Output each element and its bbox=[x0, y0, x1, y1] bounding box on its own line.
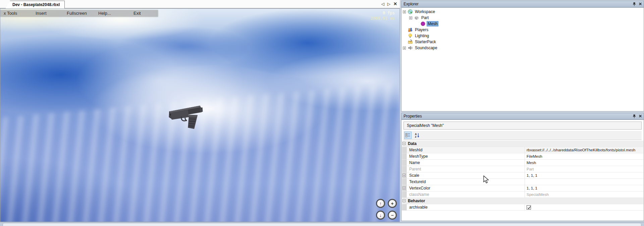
selected-object-box[interactable]: SpecialMesh "Mesh" bbox=[404, 122, 642, 130]
expand-icon[interactable]: + bbox=[403, 47, 406, 50]
tree-item-soundscape[interactable]: + Soundscape bbox=[401, 45, 644, 51]
collapse-icon[interactable]: - bbox=[402, 142, 406, 145]
menu-item-tools[interactable]: x Tools bbox=[4, 11, 17, 16]
property-row-scale[interactable]: + Scale 1, 1, 1 bbox=[402, 172, 643, 179]
section-name: Behavior bbox=[408, 199, 425, 203]
section-row-data[interactable]: - Data bbox=[402, 141, 643, 147]
tab-baseplate[interactable]: Dev - Baseplate2048.rbxl bbox=[5, 1, 65, 8]
property-row-meshtype[interactable]: MeshType FileMesh bbox=[402, 153, 643, 160]
tab-scroll-right-icon[interactable]: ▷ bbox=[387, 1, 390, 7]
part-brick-icon bbox=[414, 15, 419, 20]
property-name: MeshId bbox=[409, 148, 422, 152]
az-sort-button[interactable]: A Z bbox=[414, 132, 421, 139]
pin-icon[interactable] bbox=[633, 2, 636, 6]
workspace-globe-icon bbox=[408, 9, 413, 14]
bottom-strip-inner bbox=[3, 223, 641, 226]
players-icon bbox=[408, 27, 413, 32]
lighting-bulb-icon bbox=[408, 33, 413, 39]
property-name: Name bbox=[409, 160, 420, 165]
mouse-cursor bbox=[483, 175, 490, 184]
tab-scroll-left-icon[interactable]: ◁ bbox=[381, 1, 384, 7]
sky-light-rays bbox=[0, 76, 400, 222]
tree-item-lighting[interactable]: Lighting bbox=[401, 33, 644, 39]
property-name: Scale bbox=[409, 173, 419, 178]
camera-up-button[interactable]: ↑ bbox=[376, 199, 385, 208]
property-grid: - Data MeshId rbxasset://../../../shared… bbox=[402, 141, 643, 211]
properties-close-icon[interactable]: ✕ bbox=[639, 114, 642, 119]
tree-item-part[interactable]: + Part bbox=[401, 15, 644, 21]
property-name: TextureId bbox=[409, 179, 426, 184]
menu-item-fullscreen[interactable]: Fullscreen bbox=[67, 11, 87, 16]
az-sort-icon: A Z bbox=[415, 133, 420, 138]
tab-close-icon[interactable]: ✕ bbox=[393, 1, 397, 7]
camera-zoom-out-button[interactable]: − bbox=[388, 211, 397, 220]
expand-icon[interactable]: + bbox=[409, 16, 412, 19]
property-row-name[interactable]: Name Mesh bbox=[402, 160, 643, 166]
tree-label: Soundscape bbox=[415, 46, 437, 50]
property-value[interactable] bbox=[525, 179, 642, 185]
explorer-tree: + Workspace + Part bbox=[401, 9, 644, 51]
section-row-behavior[interactable]: - Behavior bbox=[402, 198, 643, 204]
expand-icon[interactable]: + bbox=[402, 186, 406, 190]
tree-item-players[interactable]: Players bbox=[401, 27, 644, 33]
property-name: archivable bbox=[409, 205, 428, 210]
camera-down-button[interactable]: ↓ bbox=[376, 211, 385, 220]
property-value: Part bbox=[525, 166, 642, 172]
categorized-view-button[interactable] bbox=[404, 132, 412, 139]
tree-label: StarterPack bbox=[415, 40, 436, 44]
menu-item-exit[interactable]: Exit bbox=[133, 11, 141, 16]
fps-counter: 0 fps bbox=[371, 10, 395, 16]
tree-item-starterpack[interactable]: StarterPack bbox=[401, 39, 644, 45]
pistol-mesh-model[interactable] bbox=[167, 104, 208, 130]
tree-label: Lighting bbox=[415, 33, 429, 38]
properties-panel: SpecialMesh "Mesh" A Z bbox=[401, 120, 644, 221]
tree-item-mesh[interactable]: Mesh bbox=[401, 21, 644, 27]
soundscape-speaker-icon bbox=[408, 45, 413, 51]
property-value[interactable]: Mesh bbox=[525, 160, 642, 166]
properties-panel-header: Properties ✕ bbox=[401, 113, 644, 120]
properties-toolbar: A Z bbox=[404, 131, 642, 140]
property-name: className bbox=[409, 192, 429, 197]
tree-item-workspace[interactable]: + Workspace bbox=[401, 9, 644, 15]
property-value[interactable]: rbxasset://../../../shareddata/RiseOfThe… bbox=[525, 147, 642, 153]
properties-title: Properties bbox=[404, 114, 422, 119]
pin-icon[interactable] bbox=[633, 114, 636, 119]
menu-item-help[interactable]: Help... bbox=[98, 11, 111, 16]
property-row-parent: Parent Part bbox=[402, 166, 643, 172]
tree-label: Players bbox=[415, 27, 428, 32]
selected-object-label: SpecialMesh "Mesh" bbox=[407, 123, 444, 128]
archivable-checkbox[interactable] bbox=[527, 205, 531, 210]
property-name: Parent bbox=[409, 167, 421, 171]
3d-viewport[interactable]: x Tools Insert Fullscreen Help... Exit 0… bbox=[0, 8, 400, 222]
menu-item-insert[interactable]: Insert bbox=[36, 11, 47, 16]
frame-time-counter: 2009.91 ms bbox=[371, 16, 395, 21]
tab-title: Dev - Baseplate2048.rbxl bbox=[12, 2, 60, 7]
starterpack-folder-icon bbox=[408, 39, 413, 45]
property-row-vertexcolor[interactable]: + VertexColor 1, 1, 1 bbox=[402, 185, 643, 192]
specialmesh-icon bbox=[420, 21, 426, 26]
tree-label: Part bbox=[421, 15, 429, 20]
property-row-meshid[interactable]: MeshId rbxasset://../../../shareddata/Ri… bbox=[402, 147, 643, 153]
expand-icon[interactable]: + bbox=[402, 174, 406, 177]
property-value[interactable]: 1, 1, 1 bbox=[525, 172, 642, 178]
check-icon bbox=[527, 206, 531, 210]
expand-icon[interactable]: + bbox=[403, 10, 406, 13]
categorized-view-icon bbox=[405, 133, 411, 138]
camera-nav-pad: ↑ + ↓ − bbox=[376, 199, 397, 220]
collapse-icon[interactable]: - bbox=[402, 199, 406, 202]
property-row-classname: className SpecialMesh bbox=[402, 192, 643, 198]
bottom-status-strip bbox=[0, 222, 644, 226]
explorer-panel: + Workspace + Part bbox=[401, 7, 644, 111]
tab-strip: Dev - Baseplate2048.rbxl ◁ ▷ ✕ bbox=[0, 0, 400, 8]
property-value[interactable]: 1, 1, 1 bbox=[525, 185, 642, 191]
property-value[interactable]: FileMesh bbox=[525, 153, 642, 159]
explorer-close-icon[interactable]: ✕ bbox=[639, 2, 642, 6]
section-name: Data bbox=[408, 141, 417, 146]
tree-label: Workspace bbox=[415, 9, 435, 14]
property-name: MeshType bbox=[409, 154, 428, 159]
performance-overlay: 0 fps 2009.91 ms bbox=[371, 10, 395, 21]
tree-label-selected: Mesh bbox=[427, 21, 438, 26]
property-row-textureid[interactable]: TextureId bbox=[402, 179, 643, 185]
camera-zoom-in-button[interactable]: + bbox=[388, 199, 397, 208]
property-row-archivable[interactable]: archivable bbox=[402, 204, 643, 211]
